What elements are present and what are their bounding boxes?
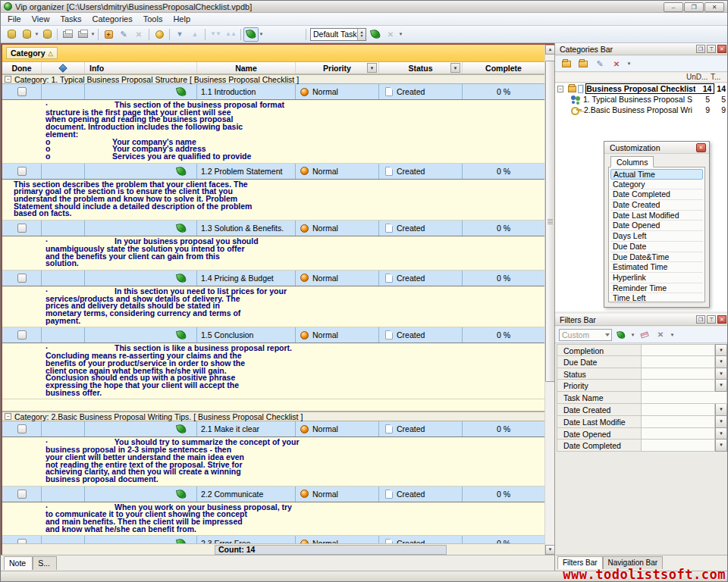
- add-subcategory-icon[interactable]: [576, 58, 590, 70]
- task-complete-cell[interactable]: 0 %: [463, 84, 544, 99]
- open-database-dropdown-icon[interactable]: ▼: [34, 27, 39, 42]
- categories-close-icon[interactable]: ✕: [717, 45, 726, 53]
- column-total[interactable]: T...: [711, 73, 728, 82]
- category-tree-item[interactable]: 1. Typical Business Proposal S55: [555, 94, 728, 105]
- customization-column-item[interactable]: Estimated Time: [610, 262, 703, 273]
- task-description[interactable]: · In this section you need to list price…: [2, 286, 544, 328]
- task-row[interactable]: 1.4 Pricing & BudgetNormalCreated0 %: [2, 271, 544, 286]
- column-header-priority[interactable]: Priority▼: [296, 62, 379, 74]
- go-view-button[interactable]: [243, 27, 259, 42]
- apply-filter-dropdown-icon[interactable]: ▼: [630, 327, 635, 342]
- tab-note[interactable]: Note: [4, 556, 33, 570]
- task-complete-cell[interactable]: 0 %: [463, 487, 544, 502]
- customization-column-item[interactable]: Time Left: [610, 293, 703, 304]
- filter-value-field[interactable]: [642, 368, 715, 380]
- task-done-cell[interactable]: [2, 164, 42, 179]
- task-status-cell[interactable]: Created: [379, 271, 463, 286]
- column-header-complete[interactable]: Complete: [463, 62, 544, 74]
- task-name-cell[interactable]: 1.5 Conclusion: [197, 327, 296, 343]
- column-header-done[interactable]: Done: [2, 62, 42, 74]
- filter-value-field[interactable]: [642, 356, 715, 368]
- task-priority-cell[interactable]: Normal: [296, 421, 379, 436]
- task-checkbox[interactable]: [17, 224, 27, 233]
- customization-column-item[interactable]: Days Left: [610, 231, 703, 242]
- task-row[interactable]: 1.2 Problem StatementNormalCreated0 %: [2, 164, 544, 180]
- collapse-icon[interactable]: −: [5, 413, 11, 420]
- task-row[interactable]: 2.1 Make it clearNormalCreated0 %: [2, 421, 544, 437]
- customization-column-item[interactable]: Date Created: [610, 200, 703, 211]
- task-row[interactable]: 1.1 IntroductionNormalCreated0 %: [2, 84, 544, 100]
- task-done-cell[interactable]: [2, 84, 42, 99]
- task-name-cell[interactable]: 1.3 Solution & Benefits.: [197, 221, 296, 236]
- menu-item-view[interactable]: View: [27, 14, 55, 24]
- task-complete-cell[interactable]: 0 %: [463, 164, 544, 179]
- filter-dropdown-icon[interactable]: ▼: [715, 428, 727, 440]
- customization-column-item[interactable]: Date Completed: [610, 189, 703, 200]
- tree-collapse-icon[interactable]: −: [557, 86, 563, 92]
- filters-pin-icon[interactable]: ⊤: [707, 315, 716, 324]
- filter-dropdown-icon[interactable]: ▼: [715, 368, 727, 380]
- categories-more-icon[interactable]: ▼: [626, 57, 632, 71]
- filter-preset-combobox[interactable]: Custom: [559, 329, 612, 341]
- filter-value-field[interactable]: [642, 428, 715, 440]
- filter-value-field[interactable]: [642, 380, 715, 392]
- task-checkbox[interactable]: [17, 330, 27, 340]
- category-group-row[interactable]: −Category: 1. Typical Business Proposal …: [2, 74, 544, 84]
- filter-value-field[interactable]: [642, 404, 715, 416]
- task-view-combobox[interactable]: Default Task V ▲▼: [310, 28, 366, 41]
- task-name-cell[interactable]: 1.1 Introduction: [197, 84, 296, 99]
- task-priority-cell[interactable]: Normal: [296, 271, 379, 286]
- task-done-cell[interactable]: [2, 421, 42, 436]
- task-complete-cell[interactable]: 0 %: [463, 221, 544, 236]
- task-checkbox[interactable]: [17, 490, 27, 499]
- task-row[interactable]: 2.2 CommunicateNormalCreated0 %: [2, 487, 544, 502]
- task-info-cell[interactable]: [85, 84, 197, 99]
- delete-task-button[interactable]: ✕: [131, 27, 146, 42]
- category-group-row[interactable]: −Category: 2.Basic Business Proposal Wri…: [2, 411, 544, 421]
- vertical-scrollbar[interactable]: ▲ ▼: [544, 45, 554, 555]
- edit-category-icon[interactable]: ✎: [593, 58, 607, 70]
- move-down-button[interactable]: ▼: [172, 27, 187, 42]
- task-status-cell[interactable]: Created: [379, 421, 463, 436]
- save-database-button[interactable]: [39, 27, 55, 42]
- print-preview-dropdown-icon[interactable]: ▼: [90, 27, 96, 42]
- customization-column-item[interactable]: Reminder Time: [610, 283, 703, 294]
- task-row[interactable]: 1.5 ConclusionNormalCreated0 %: [2, 327, 544, 343]
- customization-column-item[interactable]: Date Opened: [610, 221, 703, 231]
- filter-dropdown-icon[interactable]: ▼: [715, 344, 727, 356]
- move-up-button[interactable]: ▲: [187, 27, 202, 42]
- add-task-button[interactable]: +: [101, 27, 116, 42]
- column-header-name[interactable]: Name: [197, 62, 296, 74]
- customization-column-item[interactable]: Hyperlink: [610, 273, 703, 283]
- add-category-icon[interactable]: [560, 58, 573, 70]
- new-database-button[interactable]: [4, 27, 19, 42]
- task-done-cell[interactable]: [2, 271, 42, 286]
- category-tree-item[interactable]: 2.Basic Business Proposal Wri99: [555, 105, 728, 115]
- task-info-cell[interactable]: [85, 164, 197, 179]
- filter-dropdown-icon[interactable]: ▼: [715, 416, 727, 428]
- task-description[interactable]: · This section is like a business propos…: [2, 343, 544, 399]
- task-description[interactable]: · You should try to summarize the concep…: [2, 437, 544, 486]
- task-description[interactable]: · In your business proposal you shouldun…: [2, 236, 544, 271]
- print-button[interactable]: [60, 27, 75, 42]
- print-preview-button[interactable]: [75, 27, 90, 42]
- category-tree-item[interactable]: −Business Proposal Checklist1414: [555, 83, 728, 94]
- task-info-cell[interactable]: [85, 327, 197, 343]
- customization-column-item[interactable]: Date Last Modified: [610, 211, 703, 221]
- task-done-cell[interactable]: [2, 487, 42, 502]
- task-priority-cell[interactable]: Normal: [296, 221, 379, 236]
- task-description[interactable]: This section describes the problem that …: [2, 180, 544, 221]
- task-checkbox[interactable]: [17, 274, 27, 283]
- apply-view-button[interactable]: [368, 27, 383, 42]
- task-done-cell[interactable]: [2, 221, 42, 236]
- task-status-cell[interactable]: Created: [379, 221, 463, 236]
- filters-restore-icon[interactable]: ❐: [696, 315, 705, 324]
- task-description[interactable]: · This section of the business proposal …: [2, 100, 544, 164]
- filter-dropdown-icon[interactable]: ▼: [715, 380, 727, 392]
- task-checkbox[interactable]: [17, 87, 27, 96]
- task-complete-cell[interactable]: 0 %: [463, 421, 544, 436]
- task-info-cell[interactable]: [85, 271, 197, 286]
- task-name-cell[interactable]: 1.2 Problem Statement: [197, 164, 296, 179]
- customization-title[interactable]: Customization: [604, 142, 709, 154]
- customization-column-item[interactable]: Due Date: [610, 242, 703, 252]
